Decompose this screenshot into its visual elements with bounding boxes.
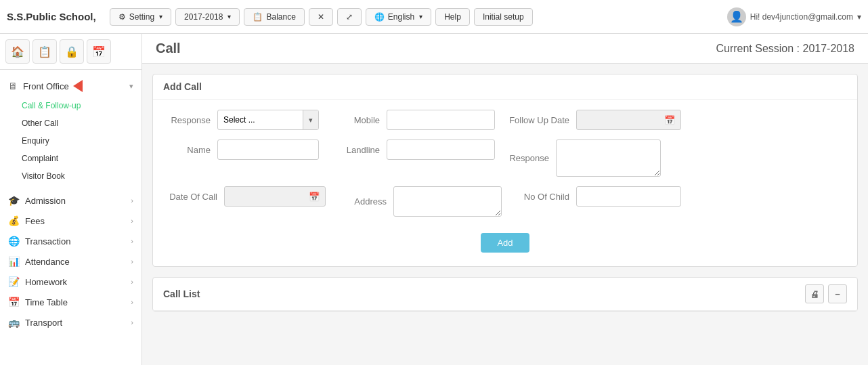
sidebar-item-time-table[interactable]: 📅 Time Table › bbox=[0, 292, 142, 312]
attendance-caret: › bbox=[131, 257, 133, 265]
sidebar-item-front-office[interactable]: 🖥 Front Office ▾ bbox=[0, 75, 142, 97]
attendance-label: Attendance bbox=[25, 257, 70, 267]
no-of-child-label: No Of Child bbox=[515, 192, 569, 202]
globe-icon: 🌐 bbox=[374, 12, 385, 22]
homework-label: Homework bbox=[25, 277, 67, 287]
date-of-call-label: Date Of Call bbox=[163, 192, 217, 202]
transaction-label: Transaction bbox=[25, 236, 70, 246]
response-select-caret[interactable]: ▾ bbox=[303, 110, 318, 129]
name-input[interactable] bbox=[217, 139, 319, 160]
balance-button[interactable]: 📋 Balance bbox=[244, 8, 304, 26]
initial-setup-button[interactable]: Initial setup bbox=[474, 8, 533, 26]
sidebar-sub-item-visitor-book[interactable]: Visitor Book bbox=[0, 167, 142, 185]
date-of-call-wrapper: 📅 bbox=[224, 186, 326, 207]
follow-up-date-label: Follow Up Date bbox=[508, 115, 569, 125]
initial-setup-label: Initial setup bbox=[483, 12, 524, 22]
transport-caret: › bbox=[131, 318, 133, 326]
address-label: Address bbox=[339, 196, 387, 207]
english-caret: ▾ bbox=[419, 13, 422, 20]
english-button[interactable]: 🌐 English ▾ bbox=[366, 8, 431, 26]
call-list-actions: 🖨 − bbox=[805, 284, 847, 303]
sidebar-item-admission[interactable]: 🎓 Admission › bbox=[0, 190, 142, 211]
add-button[interactable]: Add bbox=[481, 233, 529, 253]
user-email: Hi! dev4junction@gmail.com bbox=[750, 12, 853, 22]
follow-up-date-input[interactable] bbox=[577, 112, 659, 128]
balance-icon: 📋 bbox=[253, 12, 263, 22]
transport-icon: 🚌 bbox=[8, 317, 20, 328]
sidebar-item-transport[interactable]: 🚌 Transport › bbox=[0, 312, 142, 332]
response2-group: Response bbox=[508, 139, 661, 177]
mobile-label: Mobile bbox=[332, 115, 380, 125]
sidebar-item-fees[interactable]: 💰 Fees › bbox=[0, 211, 142, 231]
response-select-wrapper: Select ... ▾ bbox=[217, 110, 319, 130]
add-call-panel-body: Response Select ... ▾ Mobile bbox=[153, 100, 857, 266]
sidebar-item-transaction[interactable]: 🌐 Transaction › bbox=[0, 231, 142, 251]
sidebar-item-attendance[interactable]: 📊 Attendance › bbox=[0, 251, 142, 272]
fees-label: Fees bbox=[25, 216, 45, 226]
mobile-input[interactable] bbox=[387, 110, 495, 130]
follow-up-date-group: Follow Up Date 📅 bbox=[508, 110, 681, 130]
admission-label: Admission bbox=[25, 196, 66, 206]
sidebar-icon-bar: 🏠 📋 🔒 📅 bbox=[0, 34, 142, 70]
sidebar-sub-item-call-followup[interactable]: Call & Follow-up bbox=[0, 97, 142, 114]
session-info: Current Session : 2017-2018 bbox=[716, 43, 854, 55]
content-area: Call Current Session : 2017-2018 Add Cal… bbox=[142, 34, 868, 365]
form-row-3: Date Of Call 📅 Address No Of Child bbox=[163, 186, 847, 217]
time-table-label: Time Table bbox=[25, 297, 68, 307]
date-of-call-calendar-icon[interactable]: 📅 bbox=[303, 192, 325, 202]
contact-icon[interactable]: 📋 bbox=[32, 39, 57, 64]
follow-up-date-calendar-icon[interactable]: 📅 bbox=[659, 115, 680, 125]
follow-up-date-wrapper: 📅 bbox=[576, 110, 681, 130]
homework-icon: 📝 bbox=[8, 276, 20, 287]
help-button[interactable]: Help bbox=[435, 8, 470, 26]
date-of-call-input[interactable] bbox=[225, 188, 303, 205]
balance-label: Balance bbox=[266, 12, 295, 22]
page-title: Call bbox=[156, 41, 181, 56]
sidebar-item-homework[interactable]: 📝 Homework › bbox=[0, 272, 142, 292]
front-office-icon: 🖥 bbox=[8, 81, 18, 91]
sidebar-sub-item-complaint[interactable]: Complaint bbox=[0, 150, 142, 167]
landline-label: Landline bbox=[332, 145, 380, 155]
address-textarea[interactable] bbox=[393, 186, 502, 217]
expand-button[interactable]: ⤢ bbox=[337, 8, 362, 26]
setting-button[interactable]: ⚙ Setting ▾ bbox=[110, 8, 171, 26]
enquiry-label: Enquiry bbox=[22, 136, 49, 146]
lock-icon[interactable]: 🔒 bbox=[60, 39, 84, 64]
home-icon[interactable]: 🏠 bbox=[5, 39, 30, 64]
avatar: 👤 bbox=[727, 7, 746, 26]
collapse-button[interactable]: − bbox=[828, 284, 847, 303]
sidebar: 🏠 📋 🔒 📅 🖥 Front Office ▾ Call & Follow-u… bbox=[0, 34, 142, 365]
setting-caret: ▾ bbox=[159, 13, 162, 20]
year-button[interactable]: 2017-2018 ▾ bbox=[175, 8, 240, 26]
no-of-child-input[interactable] bbox=[576, 186, 681, 207]
attendance-icon: 📊 bbox=[8, 256, 20, 267]
sidebar-sub-item-other-call[interactable]: Other Call bbox=[0, 114, 142, 132]
form-row-2: Name Landline Response bbox=[163, 139, 847, 177]
close-button[interactable]: ✕ bbox=[309, 8, 333, 26]
response2-textarea[interactable] bbox=[556, 139, 661, 177]
homework-caret: › bbox=[131, 278, 133, 286]
no-of-child-group: No Of Child bbox=[515, 186, 681, 207]
call-list-title: Call List bbox=[163, 288, 200, 299]
follow-up-date-label-text: Follow Up Date bbox=[509, 115, 569, 125]
mobile-group: Mobile bbox=[332, 110, 495, 130]
print-button[interactable]: 🖨 bbox=[805, 284, 824, 303]
user-caret: ▾ bbox=[857, 12, 861, 22]
time-table-icon: 📅 bbox=[8, 297, 20, 307]
minus-icon: − bbox=[835, 289, 840, 299]
sidebar-sub-item-enquiry[interactable]: Enquiry bbox=[0, 132, 142, 150]
setting-label: Setting bbox=[129, 12, 154, 22]
response-select[interactable]: Select ... bbox=[218, 112, 303, 128]
response2-label: Response bbox=[508, 153, 549, 163]
transaction-caret: › bbox=[131, 237, 133, 245]
call-followup-label: Call & Follow-up bbox=[22, 101, 81, 110]
name-group: Name bbox=[163, 139, 319, 160]
visitor-book-label: Visitor Book bbox=[22, 171, 65, 181]
setting-icon: ⚙ bbox=[118, 12, 126, 22]
calendar-icon[interactable]: 📅 bbox=[87, 39, 111, 64]
date-of-call-group: Date Of Call 📅 bbox=[163, 186, 326, 207]
address-group: Address bbox=[339, 186, 502, 217]
year-caret: ▾ bbox=[227, 13, 231, 20]
landline-input[interactable] bbox=[387, 139, 495, 160]
year-label: 2017-2018 bbox=[184, 12, 223, 22]
